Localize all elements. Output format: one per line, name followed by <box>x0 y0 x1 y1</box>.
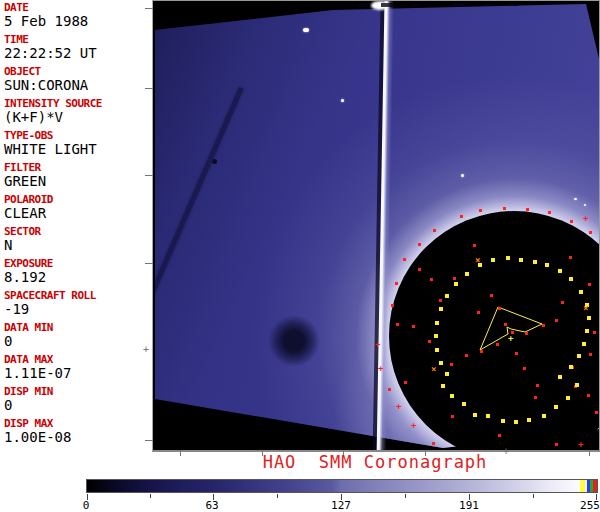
red-marker-dot <box>555 443 558 446</box>
top-edge-artifact <box>483 4 492 6</box>
red-marker-dot <box>555 319 558 322</box>
yellow-marker-dot <box>577 354 581 358</box>
red-marker-dot <box>418 268 421 271</box>
red-marker-dot <box>569 256 572 259</box>
red-marker-dot <box>498 307 501 310</box>
white-speck <box>584 204 586 206</box>
colorbar-tick-label: 255 <box>580 500 600 512</box>
red-marker-dot <box>430 278 433 281</box>
metadata-field: DISP MAX1.00E-08 <box>4 418 150 445</box>
metadata-field-label: SECTOR <box>4 226 150 238</box>
yellow-marker-dot <box>501 419 505 423</box>
yellow-marker-dot <box>519 258 523 262</box>
white-speck <box>461 174 464 177</box>
yellow-marker-dot <box>445 372 449 376</box>
metadata-field-value: 22:22:52 UT <box>4 46 150 61</box>
yellow-marker-dot <box>527 418 531 422</box>
left-axis-tick <box>145 440 153 441</box>
metadata-field-value: GREEN <box>4 174 150 189</box>
colorbar-tick-label: 191 <box>459 500 479 512</box>
yellow-marker-dot <box>587 316 591 320</box>
metadata-field: DISP MIN0 <box>4 386 150 413</box>
metadata-field-label: DATA MIN <box>4 322 150 334</box>
red-marker-dot <box>479 209 482 212</box>
red-marker-dot <box>526 208 529 211</box>
colorbar-tick-label: 63 <box>205 500 218 512</box>
metadata-field: SPACECRAFT ROLL-19 <box>4 290 150 317</box>
red-marker-dot <box>480 350 483 353</box>
yellow-marker-dot <box>569 277 573 281</box>
plot-title: HAO SMM Coronagraph <box>152 453 598 471</box>
red-marker-dot <box>570 220 573 223</box>
metadata-field-value: 1.11E-07 <box>4 366 150 381</box>
metadata-field: POLAROIDCLEAR <box>4 194 150 221</box>
feature-polygon-overlay <box>153 1 599 450</box>
red-marker-dot <box>504 323 507 326</box>
dark-spot <box>212 159 217 164</box>
metadata-field-value: 5 Feb 1988 <box>4 14 150 29</box>
colorbar-minor-tick <box>533 494 534 498</box>
orange-x-marker: × <box>475 256 480 265</box>
metadata-field: INTENSITY SOURCE(K+F)*V <box>4 98 150 125</box>
red-marker-dot <box>548 211 551 214</box>
red-marker-dot <box>451 415 454 418</box>
red-plus-marker: + <box>583 214 588 223</box>
red-marker-dot <box>388 388 391 391</box>
left-axis-tick <box>145 8 153 9</box>
yellow-marker-dot <box>558 375 562 379</box>
yellow-marker-dot <box>533 260 537 264</box>
yellow-marker-dot <box>569 365 573 369</box>
yellow-marker-dot <box>554 405 558 409</box>
red-marker-dot <box>503 207 506 210</box>
top-edge-artifact <box>381 3 395 7</box>
metadata-field: FILTERGREEN <box>4 162 150 189</box>
red-plus-marker: + <box>378 364 383 373</box>
red-plus-marker: + <box>375 340 380 349</box>
metadata-panel: DATE5 Feb 1988TIME22:22:52 UTOBJECTSUN:C… <box>0 0 150 452</box>
red-marker-dot <box>515 352 518 355</box>
red-marker-dot <box>587 394 590 397</box>
red-plus-marker: + <box>411 421 416 430</box>
red-marker-dot <box>439 299 442 302</box>
yellow-marker-dot <box>491 258 495 262</box>
metadata-field-value: 8.192 <box>4 270 150 285</box>
red-marker-dot <box>525 332 528 335</box>
metadata-field-label: DISP MIN <box>4 386 150 398</box>
yellow-marker-dot <box>435 348 439 352</box>
orange-x-marker: × <box>431 365 436 374</box>
top-edge-artifact <box>508 3 518 6</box>
red-marker-dot <box>433 229 436 232</box>
metadata-field-value: N <box>4 238 150 253</box>
red-marker-dot <box>593 331 596 334</box>
red-marker-dot <box>418 243 421 246</box>
yellow-marker-dot <box>486 414 490 418</box>
red-marker-dot <box>588 283 591 286</box>
metadata-field-value: 1.00E-08 <box>4 430 150 445</box>
yellow-marker-dot <box>585 329 589 333</box>
red-marker-dot <box>450 363 453 366</box>
red-marker-dot <box>498 434 501 437</box>
colorbar-gradient <box>86 479 598 493</box>
top-edge-artifact <box>358 4 368 7</box>
metadata-field: OBJECTSUN:CORONA <box>4 66 150 93</box>
red-marker-dot <box>589 353 592 356</box>
red-marker-dot <box>404 381 407 384</box>
white-speck <box>303 28 309 32</box>
red-marker-dot <box>403 258 406 261</box>
metadata-field: TIME22:22:52 UT <box>4 34 150 61</box>
colorbar-tick-label: 127 <box>331 500 351 512</box>
metadata-field-value: (K+F)*V <box>4 110 150 125</box>
yellow-marker-dot <box>439 307 443 311</box>
red-marker-dot <box>561 301 564 304</box>
red-marker-dot <box>490 294 493 297</box>
coronagraph-image-canvas: ++++++×××+ <box>152 0 600 452</box>
metadata-field: TYPE-OBSWHITE LIGHT <box>4 130 150 157</box>
yellow-marker-dot <box>545 263 549 267</box>
red-marker-dot <box>391 304 394 307</box>
red-marker-dot <box>412 325 415 328</box>
red-marker-dot <box>589 231 592 234</box>
white-speck <box>341 99 344 102</box>
metadata-field: DATE5 Feb 1988 <box>4 2 150 29</box>
yellow-marker-dot <box>450 394 454 398</box>
metadata-field: EXPOSURE8.192 <box>4 258 150 285</box>
